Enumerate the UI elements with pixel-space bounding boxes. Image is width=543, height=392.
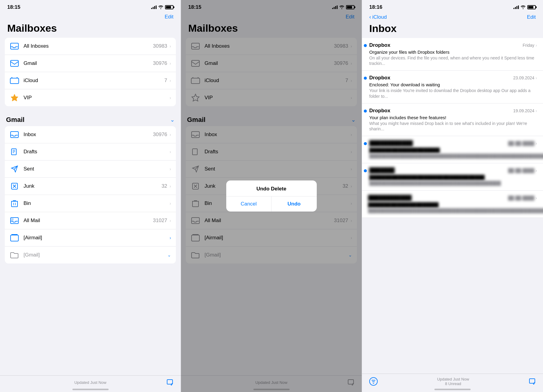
home-indicator-3 xyxy=(434,389,471,390)
gmail-allmail-1[interactable]: All Mail 31027 › xyxy=(5,212,176,229)
gmail-section-header-1: Gmail ⌄ xyxy=(0,111,181,126)
email-subject-4: ██████████████████████ xyxy=(369,148,537,153)
wifi-icon-3 xyxy=(521,5,526,9)
gmail-section-chevron-1[interactable]: ⌄ xyxy=(170,116,175,123)
back-button[interactable]: ‹ iCloud xyxy=(369,14,387,20)
edit-button-1[interactable]: Edit xyxy=(165,14,173,20)
drafts-label-1: Drafts xyxy=(24,149,167,155)
home-indicator-1 xyxy=(72,389,109,390)
gmail-folder-1[interactable]: [Gmail] ⌄ xyxy=(5,247,176,263)
unread-dot-3 xyxy=(364,110,367,113)
allmail-label-1: All Mail xyxy=(24,218,153,224)
svg-rect-2 xyxy=(10,78,19,84)
email-subject-3: Your plan includes these free features! xyxy=(369,115,537,120)
allmail-chevron-1: › xyxy=(170,218,171,223)
inbox-title: Inbox xyxy=(362,21,543,38)
email-chevron-2: › xyxy=(535,75,537,80)
email-subject-5: ████████████████████████████████████ xyxy=(369,175,537,180)
sent-icon-1 xyxy=(10,164,19,174)
email-sender-6: ████████████ xyxy=(368,195,412,201)
airmail-icon-1 xyxy=(10,233,19,243)
gmail-count-1: 30976 xyxy=(153,60,167,66)
sent-label-1: Sent xyxy=(24,166,167,172)
junk-icon-1 xyxy=(10,181,19,191)
modal-overlay: Undo Delete Cancel Undo xyxy=(181,0,362,392)
email-item-5[interactable]: ███████ ██.██.████ › ███████████████████… xyxy=(362,163,543,190)
modal-undo-button[interactable]: Undo xyxy=(272,196,317,212)
all-inboxes-icon-1 xyxy=(10,41,19,51)
back-chevron-icon: ‹ xyxy=(369,14,371,20)
unread-dot-4 xyxy=(364,142,367,145)
junk-label-1: Junk xyxy=(24,183,161,189)
email-chevron-4: › xyxy=(535,141,537,146)
panel-mailboxes-modal: 18:15 Edit Mailboxes xyxy=(181,0,362,392)
edit-button-3[interactable]: Edit xyxy=(527,14,536,20)
svg-marker-3 xyxy=(11,94,18,101)
email-sender-5: ███████ xyxy=(369,167,395,174)
email-item-2[interactable]: Dropbox 23.09.2024 › Enclosed: Your down… xyxy=(362,71,543,103)
list-item-icloud-1[interactable]: iCloud 7 › xyxy=(5,72,176,89)
inbox-unread-text: 8 Unread xyxy=(437,381,469,386)
gmail-chevron-1: › xyxy=(170,61,171,66)
bin-icon-1 xyxy=(10,199,19,208)
email-header-4: ████████████ ██.██.████ › xyxy=(369,140,537,146)
email-header-1: Dropbox Friday › xyxy=(369,42,537,48)
email-item-3[interactable]: Dropbox 19.09.2024 › Your plan includes … xyxy=(362,104,543,136)
list-item-all-inboxes-1[interactable]: All Inboxes 30983 › xyxy=(5,38,176,55)
status-bar-3: 18:16 xyxy=(362,0,543,13)
junk-count-1: 32 xyxy=(161,183,167,189)
email-subject-6: ██████████████████████ xyxy=(368,202,537,207)
email-date-2: 23.09.2024 xyxy=(513,75,534,80)
compose-button-1[interactable] xyxy=(166,379,173,386)
gmail-drafts-1[interactable]: Drafts › xyxy=(5,143,176,161)
gmail-airmail-1[interactable]: [Airmail] › xyxy=(5,229,176,247)
icloud-chevron-1: › xyxy=(170,78,171,83)
email-header-5: ███████ ██.██.████ › xyxy=(369,167,537,174)
gmail-icon-1 xyxy=(10,59,19,68)
unread-dot-5 xyxy=(364,169,367,172)
filter-icon[interactable] xyxy=(369,377,378,386)
svg-rect-5 xyxy=(11,149,16,155)
icloud-count-1: 7 xyxy=(164,78,167,84)
compose-button-3[interactable] xyxy=(529,378,536,385)
all-inboxes-chevron-1: › xyxy=(170,44,171,49)
modal-cancel-button[interactable]: Cancel xyxy=(226,196,272,212)
email-list: Dropbox Friday › Organize your files wit… xyxy=(362,38,543,374)
svg-rect-14 xyxy=(11,218,14,221)
email-chevron-6: › xyxy=(535,196,537,200)
email-preview-2: Your link is inside You're invited to do… xyxy=(369,88,537,99)
inbox-nav: ‹ iCloud Edit xyxy=(362,13,543,21)
list-item-gmail-1[interactable]: Gmail 30976 › xyxy=(5,55,176,72)
list-item-vip-1[interactable]: VIP › xyxy=(5,89,176,106)
updated-text-1: Updated Just Now xyxy=(74,380,106,385)
gmail-inbox-1[interactable]: Inbox 30976 › xyxy=(5,126,176,143)
allmail-icon-1 xyxy=(10,216,19,225)
gmail-inbox-chevron-1: › xyxy=(170,132,171,137)
gmail-sent-1[interactable]: Sent › xyxy=(5,161,176,178)
email-subject-2: Enclosed: Your download is waiting xyxy=(369,82,537,87)
email-chevron-5: › xyxy=(535,168,537,173)
gmail-folder-chevron-1: ⌄ xyxy=(167,253,171,257)
unread-dot-1 xyxy=(364,44,367,47)
allmail-count-1: 31027 xyxy=(153,218,167,224)
gmail-bin-1[interactable]: Bin › xyxy=(5,195,176,212)
icloud-label-1: iCloud xyxy=(24,78,164,84)
email-date-5: ██.██.████ xyxy=(508,168,534,173)
email-header-3: Dropbox 19.09.2024 › xyxy=(369,108,537,114)
status-bar-1: 18:15 xyxy=(0,0,181,13)
all-inboxes-label-1: All Inboxes xyxy=(24,43,153,49)
signal-icon-1 xyxy=(151,5,157,9)
email-item-1[interactable]: Dropbox Friday › Organize your files wit… xyxy=(362,38,543,71)
bin-label-1: Bin xyxy=(24,200,167,206)
email-item-6[interactable]: ████████████ ██.██.████ › ██████████████… xyxy=(362,191,543,218)
email-item-4[interactable]: ████████████ ██.██.████ › ██████████████… xyxy=(362,136,543,163)
email-subject-1: Organize your files with Dropbox folders xyxy=(369,49,537,55)
email-date-6: ██.██.████ xyxy=(508,196,534,200)
svg-rect-0 xyxy=(11,43,18,49)
status-icons-3 xyxy=(513,5,536,9)
drafts-icon-1 xyxy=(10,147,19,157)
unread-dot-2 xyxy=(364,77,367,80)
inbox-status-center: Updated Just Now 8 Unread xyxy=(437,377,469,386)
gmail-junk-1[interactable]: Junk 32 › xyxy=(5,178,176,195)
icloud-icon-1 xyxy=(10,76,19,85)
